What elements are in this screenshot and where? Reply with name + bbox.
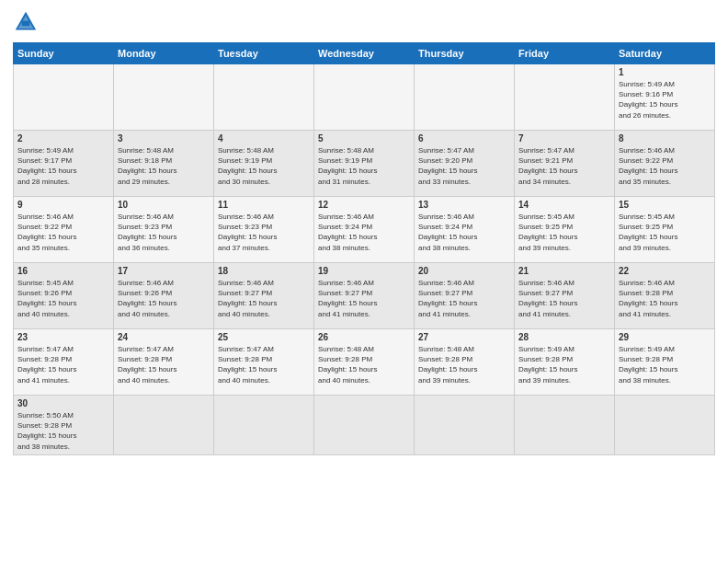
- day-info: Sunrise: 5:46 AM Sunset: 9:26 PM Dayligh…: [118, 278, 210, 319]
- calendar-cell: 16Sunrise: 5:45 AM Sunset: 9:26 PM Dayli…: [14, 263, 114, 329]
- day-number: 23: [17, 332, 109, 342]
- day-number: 19: [318, 266, 410, 276]
- weekday-header-wednesday: Wednesday: [314, 43, 415, 64]
- calendar-week-1: 2Sunrise: 5:49 AM Sunset: 9:17 PM Daylig…: [14, 131, 715, 197]
- calendar-table: SundayMondayTuesdayWednesdayThursdayFrid…: [13, 42, 715, 455]
- day-info: Sunrise: 5:48 AM Sunset: 9:18 PM Dayligh…: [118, 145, 210, 187]
- calendar-cell: 6Sunrise: 5:47 AM Sunset: 9:20 PM Daylig…: [415, 131, 515, 197]
- day-number: 12: [318, 200, 410, 210]
- calendar-cell: 23Sunrise: 5:47 AM Sunset: 9:28 PM Dayli…: [14, 329, 114, 396]
- svg-rect-2: [22, 21, 29, 27]
- calendar-cell: 22Sunrise: 5:46 AM Sunset: 9:28 PM Dayli…: [615, 263, 715, 329]
- day-info: Sunrise: 5:46 AM Sunset: 9:24 PM Dayligh…: [318, 212, 410, 253]
- weekday-row: SundayMondayTuesdayWednesdayThursdayFrid…: [14, 43, 715, 64]
- calendar-cell: 12Sunrise: 5:46 AM Sunset: 9:24 PM Dayli…: [314, 197, 415, 263]
- calendar-cell: [314, 64, 415, 131]
- calendar-cell: 11Sunrise: 5:46 AM Sunset: 9:23 PM Dayli…: [214, 197, 314, 263]
- day-info: Sunrise: 5:45 AM Sunset: 9:26 PM Dayligh…: [17, 278, 109, 319]
- day-number: 6: [418, 133, 510, 144]
- calendar-cell: 29Sunrise: 5:49 AM Sunset: 9:28 PM Dayli…: [615, 329, 715, 396]
- day-info: Sunrise: 5:47 AM Sunset: 9:20 PM Dayligh…: [418, 145, 510, 187]
- day-number: 28: [518, 332, 610, 342]
- day-number: 22: [619, 266, 711, 276]
- day-info: Sunrise: 5:48 AM Sunset: 9:19 PM Dayligh…: [218, 145, 310, 187]
- day-number: 17: [118, 266, 210, 276]
- day-number: 8: [619, 133, 711, 144]
- calendar-cell: 27Sunrise: 5:48 AM Sunset: 9:28 PM Dayli…: [415, 329, 515, 396]
- day-number: 5: [318, 133, 410, 144]
- day-number: 20: [418, 266, 510, 276]
- day-info: Sunrise: 5:49 AM Sunset: 9:28 PM Dayligh…: [619, 344, 711, 385]
- day-info: Sunrise: 5:50 AM Sunset: 9:28 PM Dayligh…: [17, 410, 109, 452]
- calendar-cell: 10Sunrise: 5:46 AM Sunset: 9:23 PM Dayli…: [114, 197, 214, 263]
- day-info: Sunrise: 5:46 AM Sunset: 9:24 PM Dayligh…: [418, 212, 510, 253]
- day-number: 3: [118, 133, 210, 144]
- weekday-header-thursday: Thursday: [415, 43, 515, 64]
- day-number: 18: [218, 266, 310, 276]
- calendar-week-0: 1Sunrise: 5:49 AM Sunset: 9:16 PM Daylig…: [14, 64, 715, 131]
- calendar-week-4: 23Sunrise: 5:47 AM Sunset: 9:28 PM Dayli…: [14, 329, 715, 396]
- calendar-week-5: 30Sunrise: 5:50 AM Sunset: 9:28 PM Dayli…: [14, 396, 715, 455]
- calendar-cell: 5Sunrise: 5:48 AM Sunset: 9:19 PM Daylig…: [314, 131, 415, 197]
- day-number: 10: [118, 200, 210, 210]
- day-info: Sunrise: 5:49 AM Sunset: 9:17 PM Dayligh…: [17, 145, 109, 187]
- day-number: 26: [318, 332, 410, 342]
- day-number: 25: [218, 332, 310, 342]
- calendar-cell: [515, 396, 615, 455]
- calendar-cell: [114, 396, 214, 455]
- calendar-cell: 9Sunrise: 5:46 AM Sunset: 9:22 PM Daylig…: [14, 197, 114, 263]
- calendar-week-3: 16Sunrise: 5:45 AM Sunset: 9:26 PM Dayli…: [14, 263, 715, 329]
- calendar-cell: [415, 64, 515, 131]
- day-number: 11: [218, 200, 310, 210]
- day-info: Sunrise: 5:49 AM Sunset: 9:28 PM Dayligh…: [518, 344, 610, 385]
- day-number: 9: [17, 200, 109, 210]
- day-info: Sunrise: 5:45 AM Sunset: 9:25 PM Dayligh…: [518, 212, 610, 253]
- day-number: 7: [518, 133, 610, 144]
- day-number: 14: [518, 200, 610, 210]
- day-info: Sunrise: 5:46 AM Sunset: 9:27 PM Dayligh…: [218, 278, 310, 319]
- day-info: Sunrise: 5:49 AM Sunset: 9:16 PM Dayligh…: [619, 79, 711, 121]
- calendar-cell: [14, 64, 114, 131]
- calendar-cell: 30Sunrise: 5:50 AM Sunset: 9:28 PM Dayli…: [14, 396, 114, 455]
- calendar-cell: 24Sunrise: 5:47 AM Sunset: 9:28 PM Dayli…: [114, 329, 214, 396]
- weekday-header-monday: Monday: [114, 43, 214, 64]
- calendar-cell: 28Sunrise: 5:49 AM Sunset: 9:28 PM Dayli…: [515, 329, 615, 396]
- day-info: Sunrise: 5:46 AM Sunset: 9:22 PM Dayligh…: [619, 145, 711, 187]
- logo: [13, 9, 42, 35]
- calendar-week-2: 9Sunrise: 5:46 AM Sunset: 9:22 PM Daylig…: [14, 197, 715, 263]
- calendar-cell: 17Sunrise: 5:46 AM Sunset: 9:26 PM Dayli…: [114, 263, 214, 329]
- day-info: Sunrise: 5:48 AM Sunset: 9:28 PM Dayligh…: [418, 344, 510, 385]
- calendar-cell: [114, 64, 214, 131]
- day-info: Sunrise: 5:46 AM Sunset: 9:22 PM Dayligh…: [17, 212, 109, 253]
- day-info: Sunrise: 5:48 AM Sunset: 9:19 PM Dayligh…: [318, 145, 410, 187]
- day-info: Sunrise: 5:47 AM Sunset: 9:28 PM Dayligh…: [17, 344, 109, 385]
- calendar-cell: 14Sunrise: 5:45 AM Sunset: 9:25 PM Dayli…: [515, 197, 615, 263]
- page: SundayMondayTuesdayWednesdayThursdayFrid…: [0, 0, 728, 465]
- weekday-header-sunday: Sunday: [14, 43, 114, 64]
- calendar-header: SundayMondayTuesdayWednesdayThursdayFrid…: [14, 43, 715, 64]
- calendar-cell: 20Sunrise: 5:46 AM Sunset: 9:27 PM Dayli…: [415, 263, 515, 329]
- calendar-cell: 7Sunrise: 5:47 AM Sunset: 9:21 PM Daylig…: [515, 131, 615, 197]
- day-number: 1: [619, 67, 711, 77]
- day-number: 2: [17, 133, 109, 144]
- calendar-body: 1Sunrise: 5:49 AM Sunset: 9:16 PM Daylig…: [14, 64, 715, 455]
- calendar-cell: 3Sunrise: 5:48 AM Sunset: 9:18 PM Daylig…: [114, 131, 214, 197]
- calendar-cell: [314, 396, 415, 455]
- day-info: Sunrise: 5:46 AM Sunset: 9:27 PM Dayligh…: [518, 278, 610, 319]
- day-number: 30: [17, 398, 109, 408]
- day-info: Sunrise: 5:47 AM Sunset: 9:28 PM Dayligh…: [218, 344, 310, 385]
- calendar-cell: 21Sunrise: 5:46 AM Sunset: 9:27 PM Dayli…: [515, 263, 615, 329]
- calendar-cell: [415, 396, 515, 455]
- calendar-cell: 26Sunrise: 5:48 AM Sunset: 9:28 PM Dayli…: [314, 329, 415, 396]
- day-info: Sunrise: 5:46 AM Sunset: 9:23 PM Dayligh…: [118, 212, 210, 253]
- calendar-cell: 13Sunrise: 5:46 AM Sunset: 9:24 PM Dayli…: [415, 197, 515, 263]
- calendar-cell: 18Sunrise: 5:46 AM Sunset: 9:27 PM Dayli…: [214, 263, 314, 329]
- weekday-header-friday: Friday: [515, 43, 615, 64]
- calendar-cell: [214, 396, 314, 455]
- day-number: 16: [17, 266, 109, 276]
- calendar-cell: 4Sunrise: 5:48 AM Sunset: 9:19 PM Daylig…: [214, 131, 314, 197]
- calendar-cell: 2Sunrise: 5:49 AM Sunset: 9:17 PM Daylig…: [14, 131, 114, 197]
- day-number: 29: [619, 332, 711, 342]
- day-info: Sunrise: 5:46 AM Sunset: 9:28 PM Dayligh…: [619, 278, 711, 319]
- day-info: Sunrise: 5:46 AM Sunset: 9:23 PM Dayligh…: [218, 212, 310, 253]
